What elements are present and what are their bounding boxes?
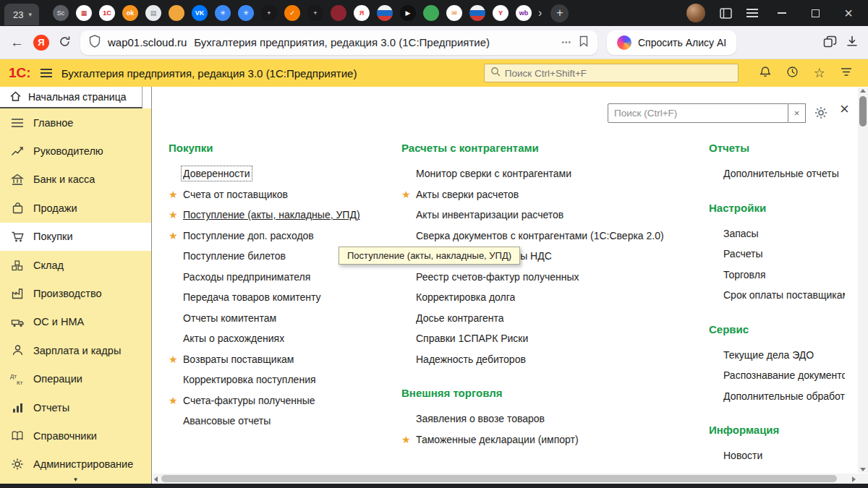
window-minimize-button[interactable] xyxy=(773,4,791,22)
history-icon[interactable] xyxy=(786,66,799,81)
menu-link[interactable]: Заявления о ввозе товаров xyxy=(416,413,545,424)
browser-menu-icon[interactable] xyxy=(746,12,758,14)
sidebar-scroll-down-icon[interactable]: ▼ xyxy=(0,476,151,484)
scroll-down-arrow-icon[interactable] xyxy=(860,468,866,471)
menu-link[interactable]: Распознавание документов xyxy=(723,369,845,381)
yandex-icon[interactable]: Я xyxy=(33,35,49,51)
star-icon[interactable]: ★ xyxy=(401,189,416,200)
star-icon[interactable]: ★ xyxy=(169,230,183,241)
panel-close-icon[interactable]: × xyxy=(840,101,849,117)
menu-link[interactable]: Торговля xyxy=(723,269,765,281)
panel-search-input[interactable] xyxy=(608,103,788,123)
sidebar-item-rukovoditelyu[interactable]: Руководителю xyxy=(0,137,151,165)
menu-link[interactable]: Акты сверки расчетов xyxy=(416,189,519,200)
star-icon[interactable]: ★ xyxy=(169,209,183,221)
browser-tab-favicon[interactable]: ▶ xyxy=(400,5,416,21)
menu-link[interactable]: Корректировка долга xyxy=(416,291,515,303)
clear-search-icon[interactable]: × xyxy=(788,103,806,123)
browser-tab-favicon[interactable]: ▦ xyxy=(76,5,92,21)
1c-logo[interactable]: 1С: xyxy=(9,65,31,81)
sidebar-item-administrirovanie[interactable]: Администрирование xyxy=(0,450,151,479)
menu-link[interactable]: Корректировка поступления xyxy=(183,374,316,385)
star-icon[interactable]: ★ xyxy=(169,395,183,406)
menu-link[interactable]: Передача товаров комитенту xyxy=(183,291,321,303)
star-icon[interactable]: ★ xyxy=(169,189,183,200)
browser-tab-favicon[interactable]: 1С xyxy=(99,5,115,21)
profile-avatar[interactable] xyxy=(686,4,705,22)
app-menu-icon[interactable] xyxy=(41,72,52,74)
menu-link[interactable]: Поступление (акты, накладные, УПД) xyxy=(183,209,360,221)
menu-link[interactable]: Досье контрагента xyxy=(416,312,504,324)
view-settings-icon[interactable] xyxy=(841,67,852,80)
browser-tab-favicon[interactable]: VK xyxy=(192,5,208,21)
tab-overflow-chevron-icon[interactable]: › xyxy=(538,7,542,20)
menu-link[interactable]: Возвраты поставщикам xyxy=(183,354,294,365)
menu-link[interactable]: Монитор сверки с контрагентами xyxy=(416,168,571,179)
menu-link[interactable]: Сверка документов с контрагентами (1С:Св… xyxy=(416,230,664,241)
global-search-field[interactable] xyxy=(484,64,739,82)
menu-link[interactable]: Поступление билетов xyxy=(183,250,286,262)
sidebar-item-proizvodstvo[interactable]: Производство xyxy=(0,279,151,307)
bookmark-icon[interactable] xyxy=(579,35,589,50)
sidebar-item-os-i-nma[interactable]: ОС и НМА xyxy=(0,308,151,336)
vertical-scrollbar[interactable] xyxy=(858,87,868,473)
browser-tab-favicon[interactable]: ok xyxy=(122,5,138,21)
sidebar-item-otchety[interactable]: Отчеты xyxy=(0,393,151,421)
menu-link[interactable]: Расчеты xyxy=(723,248,763,260)
menu-link[interactable]: Текущие дела ЭДО xyxy=(723,349,814,361)
menu-link[interactable]: Отчеты комитентам xyxy=(183,312,276,324)
menu-link[interactable]: Реестр счетов-фактур полученных xyxy=(416,271,579,283)
browser-tab-favicon[interactable]: wb xyxy=(516,5,532,21)
global-search-input[interactable] xyxy=(505,68,732,79)
tabs-panel-icon[interactable] xyxy=(823,35,837,50)
browser-tab-favicon[interactable] xyxy=(423,5,439,21)
menu-link[interactable]: Счета от поставщиков xyxy=(183,189,288,200)
browser-active-tab[interactable]: 23 ▾ xyxy=(4,4,39,25)
sidebar-item-sklad[interactable]: Склад xyxy=(0,251,151,279)
downloads-icon[interactable] xyxy=(846,35,858,49)
browser-tab-favicon[interactable]: ✉ xyxy=(446,5,462,21)
scroll-right-arrow-icon[interactable] xyxy=(852,476,856,482)
more-icon[interactable]: ••• xyxy=(561,38,571,46)
menu-link[interactable]: Таможенные декларации (импорт) xyxy=(416,434,579,445)
vertical-scrollbar-thumb[interactable] xyxy=(859,96,867,127)
menu-link[interactable]: Дополнительные отчеты xyxy=(723,168,839,179)
menu-link[interactable]: Справки 1СПАРК Риски xyxy=(416,333,528,344)
sidebar-item-pokupki[interactable]: Покупки xyxy=(0,223,151,251)
browser-tab-favicon[interactable] xyxy=(169,5,184,21)
menu-link[interactable]: Счета-фактуры полученные xyxy=(183,395,315,406)
refresh-icon[interactable] xyxy=(59,35,71,50)
browser-tab-favicon[interactable] xyxy=(377,5,393,21)
horizontal-scrollbar-thumb[interactable] xyxy=(161,475,837,482)
back-icon[interactable]: ← xyxy=(10,35,24,49)
menu-link[interactable]: Акты о расхождениях xyxy=(183,333,284,344)
browser-tab-favicon[interactable]: + xyxy=(261,5,277,21)
browser-tab-favicon[interactable]: ✳ xyxy=(215,5,231,21)
home-page-tab[interactable]: Начальная страница xyxy=(0,87,142,108)
url-text[interactable]: wap01.scloud.ru xyxy=(108,36,187,48)
browser-tab-favicon[interactable]: + xyxy=(307,5,323,21)
menu-link[interactable]: Поступление доп. расходов xyxy=(183,230,314,241)
browser-tab-favicon[interactable]: Я xyxy=(354,5,370,21)
ask-alice-button[interactable]: Спросить Алису AI xyxy=(607,30,736,55)
menu-link[interactable]: Расходы предпринимателя xyxy=(183,271,310,283)
sidebar-item-prodazhi[interactable]: Продажи xyxy=(0,194,151,222)
window-maximize-button[interactable] xyxy=(806,4,825,22)
browser-tab-favicon[interactable]: ▤ xyxy=(145,5,161,21)
star-icon[interactable]: ★ xyxy=(169,354,183,365)
new-tab-button[interactable]: + xyxy=(550,4,569,22)
menu-link[interactable]: Новости xyxy=(723,450,762,461)
menu-link[interactable]: Дополнительные обработки xyxy=(723,390,845,402)
menu-link[interactable]: Акты инвентаризации расчетов xyxy=(416,209,563,221)
panel-settings-gear-icon[interactable] xyxy=(814,106,828,123)
star-icon[interactable]: ★ xyxy=(401,434,416,445)
chevron-down-icon[interactable]: ▾ xyxy=(28,11,32,18)
address-bar[interactable]: wap01.scloud.ru Бухгалтерия предприятия,… xyxy=(80,30,597,55)
side-panel-icon[interactable] xyxy=(720,8,732,19)
sidebar-item-spravochniki[interactable]: Справочники xyxy=(0,421,151,450)
browser-tab-favicon[interactable]: Sc xyxy=(53,5,69,21)
sidebar-item-operatsii[interactable]: ДтКт Операции xyxy=(0,365,151,393)
browser-tab-favicon[interactable] xyxy=(331,5,346,21)
horizontal-scrollbar[interactable] xyxy=(153,474,857,484)
window-close-button[interactable]: × xyxy=(839,4,858,22)
